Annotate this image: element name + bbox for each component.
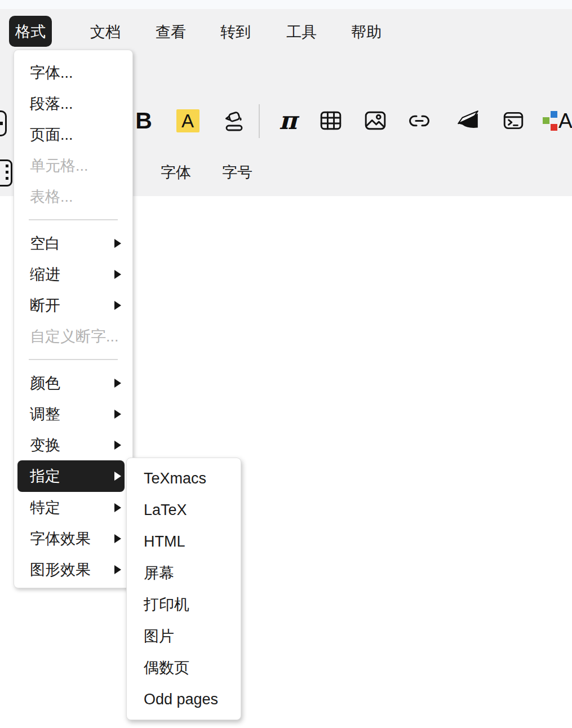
menu-item-label: 颜色 [30, 373, 60, 393]
menubar-item-help[interactable]: 帮助 [351, 24, 382, 41]
ink-bottle-icon [222, 108, 247, 133]
fold-icon [456, 109, 480, 132]
submenu-arrow-icon [114, 472, 121, 481]
dotted-edge [6, 165, 8, 180]
pi-icon: π [279, 108, 297, 133]
menu-item-label: 特定 [30, 498, 60, 518]
font-size-button[interactable]: 字号 [222, 163, 252, 182]
menu-item-label: 变换 [30, 435, 60, 455]
highlight-color-button[interactable]: A [174, 107, 201, 134]
terminal-icon [502, 109, 525, 132]
fill-color-button[interactable] [221, 107, 248, 134]
menu-item-break[interactable]: 断开 [14, 290, 132, 321]
submenu-item-texmacs[interactable]: TeXmacs [127, 463, 241, 494]
submenu-item-even-pages[interactable]: 偶数页 [127, 652, 241, 683]
menubar-item-document[interactable]: 文档 [90, 24, 121, 41]
ai-blue-square-icon [551, 111, 557, 118]
insert-math-button[interactable]: π [274, 107, 301, 134]
insert-table-button[interactable] [317, 107, 344, 134]
submenu-arrow-icon [114, 379, 121, 388]
terminal-button[interactable] [500, 107, 527, 134]
menu-item-custom-hyphenation-disabled: 自定义断字... [14, 321, 132, 352]
menu-item-label: 图形效果 [30, 560, 91, 580]
menu-item-label: 调整 [30, 404, 60, 424]
menu-separator [29, 359, 118, 360]
menu-item-label: 断开 [30, 295, 60, 316]
toolbar-separator [259, 104, 260, 138]
menu-item-paragraph[interactable]: 段落... [14, 88, 132, 119]
menu-item-graphic-effects[interactable]: 图形效果 [14, 554, 132, 585]
menu-item-table-disabled: 表格... [14, 181, 132, 212]
link-icon [407, 108, 432, 133]
specify-submenu-panel: TeXmacs LaTeX HTML 屏幕 打印机 图片 偶数页 Odd pag… [126, 458, 241, 720]
menu-item-cell-disabled: 单元格... [14, 150, 132, 181]
menubar-item-view[interactable]: 查看 [156, 24, 186, 41]
bold-button[interactable]: B [130, 107, 157, 134]
submenu-item-printer[interactable]: 打印机 [127, 589, 241, 620]
ai-assistant-button[interactable]: AI [543, 108, 572, 134]
submenu-arrow-icon [114, 239, 121, 248]
image-icon [363, 109, 387, 132]
menu-item-font[interactable]: 字体... [14, 57, 132, 88]
insert-image-button[interactable] [362, 107, 389, 134]
menu-item-specific[interactable]: 特定 [14, 492, 132, 523]
menu-item-specify-highlighted[interactable]: 指定 [17, 460, 125, 492]
font-family-button[interactable]: 字体 [161, 163, 191, 182]
submenu-arrow-icon [114, 270, 121, 279]
ai-green-square-icon [543, 117, 549, 124]
submenu-arrow-icon [114, 301, 121, 310]
submenu-arrow-icon [114, 565, 121, 574]
submenu-item-html[interactable]: HTML [127, 526, 241, 557]
menu-item-transform[interactable]: 变换 [14, 429, 132, 460]
menu-item-label: 字体效果 [30, 529, 91, 549]
format-menu-panel: 字体... 段落... 页面... 单元格... 表格... 空白 缩进 断开 … [14, 50, 133, 588]
menubar-item-goto[interactable]: 转到 [220, 24, 251, 41]
submenu-item-latex[interactable]: LaTeX [127, 494, 241, 526]
menubar-item-format-active[interactable]: 格式 [9, 16, 52, 47]
fold-button[interactable] [455, 107, 482, 134]
menu-item-color[interactable]: 颜色 [14, 367, 132, 398]
clipped-list-icon[interactable] [0, 159, 12, 187]
submenu-item-image[interactable]: 图片 [127, 620, 241, 652]
menu-item-indentation[interactable]: 缩进 [14, 259, 132, 290]
submenu-item-screen[interactable]: 屏幕 [127, 557, 241, 589]
menu-item-adjust[interactable]: 调整 [14, 398, 132, 429]
ai-red-square-icon [551, 124, 557, 131]
submenu-item-odd-pages[interactable]: Odd pages [127, 683, 241, 715]
highlight-color-icon: A [176, 109, 199, 132]
bold-icon: B [135, 109, 152, 132]
menu-item-page[interactable]: 页面... [14, 119, 132, 150]
menu-separator [29, 219, 118, 220]
menubar-item-tools[interactable]: 工具 [286, 24, 317, 41]
insert-link-button[interactable] [406, 107, 433, 134]
table-icon [319, 109, 343, 132]
ai-label: AI [558, 109, 572, 133]
submenu-arrow-icon [114, 410, 121, 419]
submenu-arrow-icon [114, 503, 121, 512]
submenu-arrow-icon [114, 441, 121, 450]
menu-item-whitespace[interactable]: 空白 [14, 228, 132, 259]
window-top-strip [0, 0, 572, 9]
submenu-arrow-icon [114, 534, 121, 543]
menu-item-label: 指定 [30, 466, 60, 486]
menu-item-label: 缩进 [30, 264, 60, 285]
menu-item-font-effects[interactable]: 字体效果 [14, 523, 132, 554]
app-window: 格式 文档 查看 转到 工具 帮助 B A π [0, 0, 572, 728]
menu-item-label: 空白 [30, 233, 60, 254]
clipped-toolbar-icon[interactable] [0, 110, 7, 136]
